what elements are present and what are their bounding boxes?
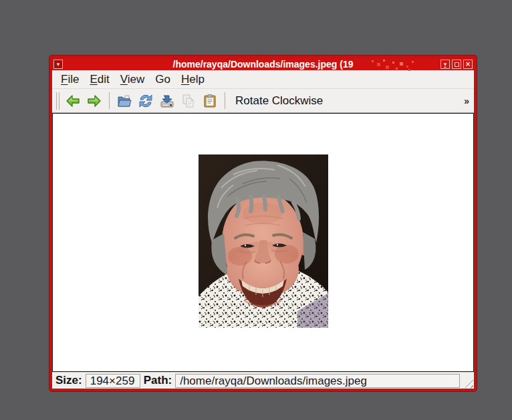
- back-icon: [65, 93, 81, 109]
- resize-grip[interactable]: [462, 377, 473, 388]
- refresh-icon: [138, 93, 154, 109]
- menu-file[interactable]: File: [55, 72, 84, 88]
- copy-button[interactable]: [178, 91, 199, 111]
- menu-edit[interactable]: Edit: [84, 72, 114, 88]
- forward-button[interactable]: [84, 91, 104, 111]
- titlebar[interactable]: ▾ /home/rayqa/Downloads/images.jpeg (19 …: [52, 58, 474, 70]
- size-value: 194×259: [86, 374, 140, 388]
- window-controls: ▾ ×: [440, 60, 473, 69]
- status-bar: Size: 194×259 Path: /home/rayqa/Download…: [52, 372, 474, 389]
- window-menu-icon: ▾: [57, 62, 60, 68]
- paste-button[interactable]: [200, 91, 220, 111]
- refresh-button[interactable]: [136, 91, 156, 111]
- path-value: /home/rayqa/Downloads/images.jpeg: [175, 374, 460, 388]
- save-button[interactable]: [157, 91, 177, 111]
- forward-icon: [86, 93, 102, 109]
- minimize-icon: ▾: [444, 62, 447, 68]
- path-label: Path:: [144, 374, 172, 387]
- close-icon: ×: [465, 60, 470, 68]
- close-button[interactable]: ×: [463, 60, 473, 69]
- maximize-icon: [455, 62, 459, 67]
- image-view[interactable]: [52, 113, 474, 372]
- maximize-button[interactable]: [452, 60, 461, 69]
- copy-icon: [180, 93, 197, 109]
- rotate-clockwise-button[interactable]: Rotate Clockwise: [230, 93, 328, 109]
- open-folder-icon: [116, 93, 132, 109]
- save-icon: [159, 93, 175, 109]
- toolbar-separator: [225, 92, 225, 109]
- menu-help[interactable]: Help: [176, 72, 210, 88]
- photo: [199, 154, 328, 328]
- image-viewer-window: ▾ /home/rayqa/Downloads/images.jpeg (19 …: [49, 56, 477, 391]
- toolbar-overflow-chevron[interactable]: »: [464, 96, 469, 106]
- size-label: Size:: [55, 374, 82, 387]
- desktop: ▾ /home/rayqa/Downloads/images.jpeg (19 …: [0, 0, 512, 420]
- toolbar-separator: [109, 92, 110, 109]
- window-title: /home/rayqa/Downloads/images.jpeg (19: [52, 58, 474, 70]
- menu-bar: File Edit View Go Help: [52, 70, 474, 89]
- open-button[interactable]: [114, 91, 134, 111]
- back-button[interactable]: [63, 91, 83, 111]
- menu-view[interactable]: View: [115, 72, 150, 88]
- toolbar: Rotate Clockwise »: [52, 89, 474, 113]
- toolbar-drag-handle[interactable]: [56, 92, 59, 110]
- window-menu-button[interactable]: ▾: [53, 60, 63, 69]
- minimize-button[interactable]: ▾: [440, 60, 450, 69]
- titlebar-artifact-pixels: [372, 60, 374, 62]
- paste-icon: [202, 93, 218, 109]
- menu-go[interactable]: Go: [150, 72, 176, 88]
